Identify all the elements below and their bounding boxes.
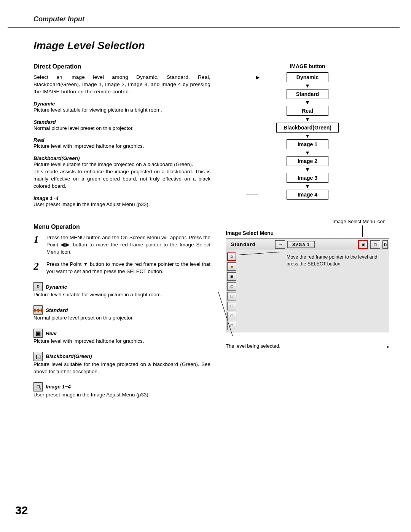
flow-arrow-icon: ▼	[305, 83, 310, 88]
menu-item-dynamic-desc: Picture level suitable for viewing pictu…	[33, 291, 210, 299]
term-real: Real	[33, 137, 210, 143]
osd-topbar: Standard ⇦ SVGA 1 ▣ ◻ ◐	[226, 239, 389, 250]
osd-svga: SVGA 1	[287, 241, 315, 248]
menu-item-dynamic: D Dynamic	[33, 282, 210, 291]
osd-section: Image Select Menu icon Image Select Menu…	[226, 230, 389, 349]
menu-item-real-label: Real	[46, 331, 57, 336]
menu-item-standard-label: Standard	[46, 307, 68, 313]
menu-item-dynamic-label: Dynamic	[46, 284, 67, 290]
flow-box: Image 4	[287, 190, 328, 200]
osd-side-real-icon: ▣	[227, 272, 236, 281]
flow-box: Real	[287, 106, 328, 116]
flow-arrow-icon: ▼	[305, 167, 310, 172]
menu-item-blackboard-label: Blackboard(Green)	[46, 353, 92, 359]
menu-item-image14: ☐1 Image 1~4	[33, 382, 210, 391]
flow-arrow-icon: ▼	[305, 150, 310, 155]
osd-heading: Image Select Menu	[226, 230, 389, 236]
step-2-text: Press the Point ▼ button to move the red…	[46, 261, 210, 275]
term-image14: Image 1~4	[33, 195, 210, 201]
flow-box: Standard	[287, 89, 328, 99]
osd-topbar-icon: ◐	[382, 240, 388, 249]
osd-panel: Standard ⇦ SVGA 1 ▣ ◻ ◐ D ◆ ▣ ▢ ☐1 ☐2	[226, 238, 389, 332]
osd-main: Move the red frame pointer to the level …	[239, 250, 389, 332]
flow-arrow-icon: ▼	[305, 117, 310, 122]
step-1-number: 1	[33, 234, 41, 256]
menu-item-image14-desc: User preset image in the Image Adjust Me…	[33, 391, 210, 399]
term-dynamic: Dynamic	[33, 101, 210, 107]
menu-item-real-desc: Picture level with improved halftone for…	[33, 338, 210, 345]
page-number: 32	[15, 504, 28, 517]
osd-side-image2-icon: ☐2	[227, 302, 236, 310]
blackboard-icon: ▢	[33, 352, 43, 361]
flow-box: Image 3	[287, 173, 328, 183]
osd-caption: The level being selected.	[226, 343, 389, 349]
header-rule	[8, 27, 400, 28]
direct-operation-intro: Select an image level among Dynamic, Sta…	[33, 74, 210, 96]
left-column: Direct Operation Select an image level a…	[33, 59, 210, 402]
menu-item-image14-label: Image 1~4	[46, 384, 71, 390]
step-2-number: 2	[33, 261, 41, 275]
flow-title: IMAGE button	[226, 63, 389, 69]
step-1-text: Press the MENU button and the On-Screen …	[46, 234, 210, 256]
flow-arrow-icon: ▼	[305, 133, 310, 139]
term-standard: Standard	[33, 119, 210, 125]
osd-topbar-icon: ⇦	[275, 240, 285, 249]
menu-item-real: ▣ Real	[33, 329, 210, 338]
term-blackboard: Blackboard(Green)	[33, 155, 210, 161]
dynamic-icon: D	[33, 282, 43, 291]
osd-side-blackboard-icon: ▢	[227, 282, 236, 291]
menu-item-standard: ◆◆◆ Standard	[33, 305, 210, 315]
osd-side-standard-icon: ◆	[227, 262, 236, 271]
flow-diagram: ▶ Dynamic ▼ Standard ▼ Real ▼ Blackboard…	[258, 72, 357, 200]
step-1: 1 Press the MENU button and the On-Scree…	[33, 234, 210, 256]
osd-image-select-icon: ▣	[358, 240, 368, 249]
menu-item-standard-desc: Normal picture level preset on this proj…	[33, 315, 210, 322]
image14-icon: ☐1	[33, 382, 43, 391]
term-image14-desc: User preset image in the Image Adjust Me…	[33, 201, 210, 208]
section-header: Computer Input	[0, 0, 411, 27]
direct-operation-heading: Direct Operation	[33, 63, 210, 70]
flow-box: Image 2	[287, 156, 328, 166]
menu-operation-heading: Menu Operation	[33, 224, 210, 230]
step-2: 2 Press the Point ▼ button to move the r…	[33, 261, 210, 275]
flow-box: Blackboard(Green)	[276, 123, 339, 133]
right-column: IMAGE button ▶ Dynamic ▼ Standard ▼ Real…	[226, 59, 389, 402]
osd-side-dynamic-icon: D	[227, 252, 236, 261]
loop-arrowhead-icon: ▶	[256, 75, 260, 80]
osd-topbar-icon: ◻	[370, 240, 380, 249]
osd-mode-name: Standard	[227, 241, 273, 247]
term-dynamic-desc: Picture level suitable for viewing pictu…	[33, 107, 210, 114]
term-blackboard-desc: Picture level suitable for the image pro…	[33, 161, 210, 190]
real-icon: ▣	[33, 329, 43, 338]
standard-icon: ◆◆◆	[33, 305, 43, 315]
term-standard-desc: Normal picture level preset on this proj…	[33, 125, 210, 132]
flow-arrow-icon: ▼	[305, 100, 310, 105]
term-real-desc: Picture level with improved halftone for…	[33, 143, 210, 150]
loop-line	[246, 77, 258, 195]
flow-box: Dynamic	[287, 72, 328, 82]
menu-item-blackboard-desc: Picture level suitable for the image pro…	[33, 361, 210, 375]
page-title: Image Level Selection	[33, 40, 411, 52]
flow-arrow-icon: ▼	[305, 184, 310, 189]
osd-side-image3-icon: ☐3	[227, 312, 236, 320]
menu-item-blackboard: ▢ Blackboard(Green)	[33, 352, 210, 361]
osd-hint: Move the red frame pointer to the level …	[287, 254, 383, 267]
flow-box: Image 1	[287, 139, 328, 149]
osd-side-image1-icon: ☐1	[227, 292, 236, 300]
osd-icon-callout: Image Select Menu icon	[333, 219, 386, 224]
